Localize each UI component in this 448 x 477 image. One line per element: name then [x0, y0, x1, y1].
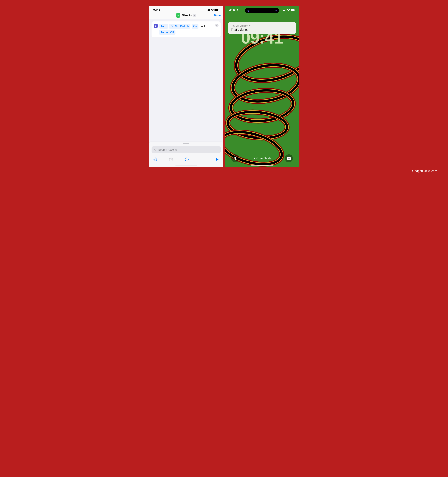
focus-label: Do Not Disturb	[257, 157, 271, 160]
editor-toolbar	[152, 156, 221, 165]
dynamic-island[interactable]: On	[245, 8, 279, 13]
svg-rect-15	[285, 9, 285, 11]
home-indicator[interactable]	[175, 165, 197, 165]
svg-rect-3	[209, 9, 209, 11]
lock-screen: 09:41 On 09:41 Hey Siri Silencio That's …	[225, 6, 299, 167]
svg-rect-13	[283, 10, 284, 11]
status-icons	[207, 9, 219, 11]
share-button[interactable]	[200, 157, 204, 161]
focus-moon-icon	[154, 24, 158, 28]
actions-canvas[interactable]: Turn Do Not Disturb On until Turned Off	[149, 19, 223, 142]
token-until: until	[200, 24, 205, 29]
shortcuts-editor-screen: 09:41 Silencio Done	[149, 6, 223, 167]
cellular-icon	[207, 9, 210, 11]
search-actions-input[interactable]: Search Actions	[152, 146, 221, 153]
siri-response-card[interactable]: Hey Siri Silencio That's done.	[228, 22, 296, 34]
search-icon	[154, 149, 157, 151]
moon-icon	[253, 157, 256, 159]
chevron-down-icon[interactable]	[193, 14, 196, 17]
cellular-icon	[283, 9, 287, 11]
nav-title-group[interactable]: Silencio	[176, 13, 196, 18]
svg-line-7	[156, 150, 156, 151]
svg-rect-4	[215, 9, 218, 11]
status-time: 09:41	[229, 8, 235, 12]
svg-point-20	[288, 158, 290, 159]
token-on[interactable]: On	[192, 24, 198, 29]
info-button[interactable]	[185, 157, 189, 161]
svg-point-8	[154, 158, 157, 161]
siri-response-text: That's done.	[231, 28, 293, 31]
wifi-icon	[211, 9, 214, 11]
island-status-label: On	[274, 9, 277, 12]
svg-rect-18	[291, 9, 294, 11]
shortcut-title: Silencio	[181, 14, 191, 17]
siri-header: Hey Siri Silencio	[231, 24, 293, 27]
svg-rect-0	[207, 10, 207, 11]
clear-action-button[interactable]	[215, 24, 219, 27]
siri-phrase: Hey Siri Silencio	[231, 24, 248, 27]
search-placeholder: Search Actions	[158, 148, 177, 151]
svg-rect-2	[208, 9, 209, 11]
shortcut-app-icon	[176, 13, 180, 18]
watermark: GadgetHacks.com	[6, 167, 442, 173]
battery-icon	[291, 9, 295, 11]
action-text: Turn Do Not Disturb On until Turned Off	[159, 24, 219, 35]
battery-icon	[215, 9, 219, 11]
bottom-sheet[interactable]: Search Actions	[149, 142, 223, 167]
status-time: 09:41	[153, 8, 160, 12]
token-turned-off[interactable]: Turned Off	[159, 30, 175, 35]
svg-rect-19	[295, 10, 295, 10]
svg-point-9	[169, 158, 173, 161]
redo-button	[169, 157, 173, 161]
svg-point-11	[186, 159, 187, 159]
sheet-grabber[interactable]	[183, 143, 189, 144]
svg-rect-5	[218, 10, 219, 10]
svg-rect-14	[284, 10, 285, 11]
status-bar: 09:41	[149, 6, 223, 13]
moon-icon	[247, 9, 250, 12]
action-card[interactable]: Turn Do Not Disturb On until Turned Off	[152, 21, 221, 37]
svg-rect-1	[208, 10, 208, 11]
nav-bar: Silencio Done	[149, 13, 223, 19]
svg-rect-16	[286, 9, 286, 11]
edit-icon[interactable]	[249, 25, 251, 27]
location-icon	[236, 9, 239, 11]
token-turn[interactable]: Turn	[159, 24, 168, 29]
home-indicator[interactable]	[251, 165, 273, 166]
undo-button[interactable]	[153, 157, 157, 161]
wifi-icon	[287, 9, 290, 11]
camera-button[interactable]	[285, 154, 293, 162]
flashlight-button[interactable]	[231, 154, 239, 162]
privacy-indicator-icon	[281, 9, 283, 11]
run-button[interactable]	[215, 158, 219, 161]
token-dnd[interactable]: Do Not Disturb	[169, 24, 191, 29]
done-button[interactable]: Done	[214, 14, 221, 17]
lock-screen-controls: Do Not Disturb	[225, 154, 299, 162]
focus-status[interactable]: Do Not Disturb	[253, 157, 271, 160]
